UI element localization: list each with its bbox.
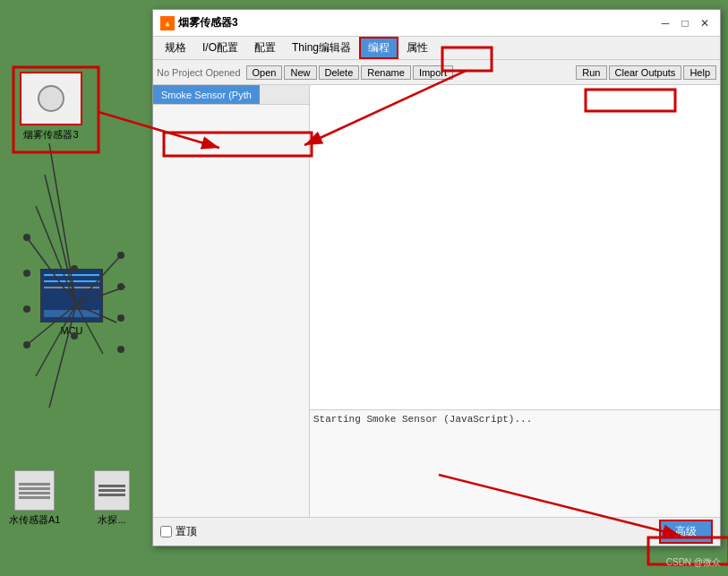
window-titlebar: 🔥 烟雾传感器3 ─ □ ✕ <box>153 10 720 37</box>
water-probe-label: 水探... <box>98 513 125 527</box>
tab-bar: Smoke Sensor (Pyth <box>153 85 309 105</box>
menu-item-io[interactable]: I/O配置 <box>194 38 246 58</box>
window-icon: 🔥 <box>160 16 175 30</box>
water-sensor-a1-component[interactable]: 水传感器A1 <box>9 470 60 527</box>
help-button[interactable]: Help <box>683 65 716 80</box>
checkbox-container: 置顶 <box>160 524 197 539</box>
smoke-sensor-label: 烟雾传感器3 <box>23 128 78 142</box>
toolbar: No Project Opened Open New Delete Rename… <box>153 60 720 85</box>
advanced-button[interactable]: 高级 <box>659 520 713 544</box>
minimize-button[interactable]: ─ <box>657 16 673 30</box>
project-label: No Project Opened <box>157 67 241 78</box>
new-button[interactable]: New <box>284 65 316 80</box>
maximize-button[interactable]: □ <box>677 16 693 30</box>
smoke-sensor-box <box>20 72 82 125</box>
toolbar-right: Run Clear Outputs Help <box>576 65 716 80</box>
main-window: 🔥 烟雾传感器3 ─ □ ✕ 规格 I/O配置 配置 Thing编辑器 编程 属… <box>152 9 721 546</box>
water-probe-component[interactable]: 水探... <box>94 470 130 527</box>
mcu-component[interactable]: MCU <box>40 269 103 336</box>
run-button[interactable]: Run <box>576 65 606 80</box>
window-title: 🔥 烟雾传感器3 <box>160 15 238 30</box>
bottom-bar: 置顶 高级 <box>153 517 720 546</box>
water-sensor-a1-icon <box>14 470 55 511</box>
menu-item-config[interactable]: 配置 <box>246 38 284 58</box>
clear-outputs-button[interactable]: Clear Outputs <box>609 65 682 80</box>
window-controls: ─ □ ✕ <box>657 16 713 30</box>
import-button[interactable]: Import <box>413 65 453 80</box>
menu-item-properties[interactable]: 属性 <box>398 38 436 58</box>
sensor-circle-icon <box>38 85 64 112</box>
water-sensor-a1-label: 水传感器A1 <box>9 513 60 527</box>
watermark: CSDN @微众 <box>666 556 721 569</box>
code-editor[interactable] <box>310 85 720 409</box>
window-title-text: 烟雾传感器3 <box>178 15 238 30</box>
menu-bar: 规格 I/O配置 配置 Thing编辑器 编程 属性 <box>153 37 720 60</box>
topmost-label: 置顶 <box>176 524 197 539</box>
menu-item-specs[interactable]: 规格 <box>157 38 194 58</box>
left-panel: Smoke Sensor (Pyth <box>153 85 310 517</box>
output-panel: Starting Smoke Sensor (JavaScript)... <box>310 409 720 517</box>
tab-smoke-sensor[interactable]: Smoke Sensor (Pyth <box>153 85 260 104</box>
file-list[interactable] <box>153 105 309 517</box>
delete-button[interactable]: Delete <box>319 65 360 80</box>
open-button[interactable]: Open <box>246 65 283 80</box>
menu-item-programming[interactable]: 编程 <box>359 37 398 59</box>
content-area: Smoke Sensor (Pyth Starting Smoke Sensor… <box>153 85 720 517</box>
output-text: Starting Smoke Sensor (JavaScript)... <box>313 414 532 425</box>
menu-item-thing-editor[interactable]: Thing编辑器 <box>284 38 359 58</box>
water-probe-icon <box>94 470 130 511</box>
close-button[interactable]: ✕ <box>697 16 713 30</box>
mcu-label: MCU <box>60 325 82 336</box>
smoke-sensor-component[interactable]: 烟雾传感器3 <box>20 72 82 142</box>
rename-button[interactable]: Rename <box>361 65 411 80</box>
editor-panel: Starting Smoke Sensor (JavaScript)... <box>310 85 720 517</box>
topmost-checkbox[interactable] <box>160 526 172 537</box>
